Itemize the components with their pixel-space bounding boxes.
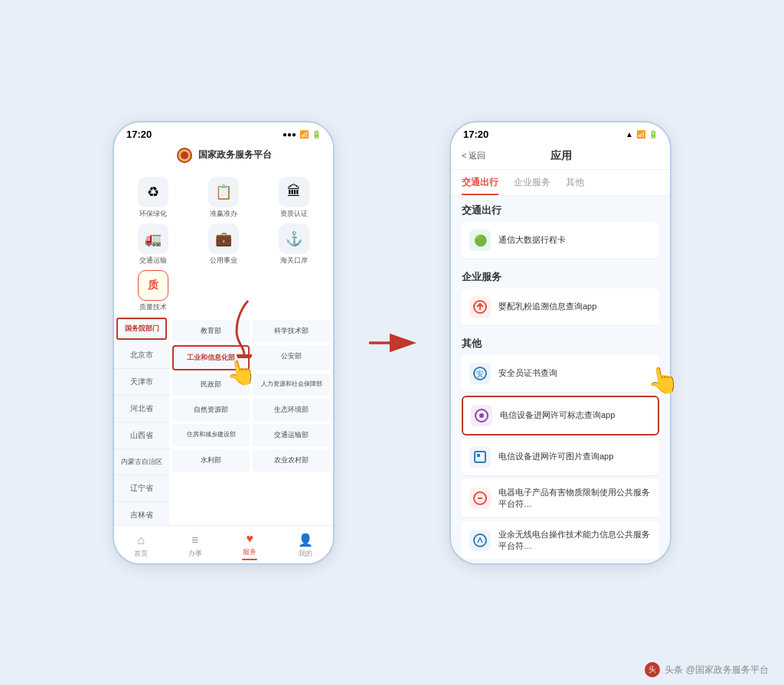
icon-haiguan: ⚓ 海关口岸: [261, 223, 327, 266]
section-title-other: 其他: [462, 329, 659, 355]
dept-ziran[interactable]: 自然资源部: [172, 399, 250, 421]
svg-point-10: [479, 413, 484, 418]
dept-minzheng[interactable]: 民政部: [172, 373, 250, 396]
dept-zhufang[interactable]: 住房和城乡建设部: [172, 424, 250, 446]
service-item-diandian[interactable]: 电器电子产品有害物质限制使用公共服务平台符…: [462, 479, 659, 518]
tab-qiye[interactable]: 企业服务: [514, 176, 550, 195]
left-status-icons: ●●● 📶 🔋: [283, 130, 321, 139]
dianxin-tupian-icon: [469, 446, 491, 468]
dept-keji[interactable]: 科学技术部: [253, 320, 330, 342]
page-nav-title: 应用: [550, 149, 572, 163]
page-wrapper: 17:20 ●●● 📶 🔋: [0, 0, 784, 685]
dept-grid: 教育部 科学技术部 工业和信息化部 公安部 民政部 人力资源和社会保障部 自然资…: [172, 320, 330, 471]
sidebar-item-jilin[interactable]: 吉林省: [114, 502, 169, 525]
signal-icon: ●●●: [283, 130, 296, 139]
tab-bar: 交通出行 企业服务 其他: [451, 170, 670, 196]
nav-wode[interactable]: 👤 我的: [298, 533, 313, 559]
right-status-icons: ▲ 📶 🔋: [626, 130, 658, 139]
right-phone: 17:20 ▲ 📶 🔋 < 返回 应用 交通出行 企业服务: [449, 121, 671, 565]
service-item-yingpei[interactable]: 婴配乳粉追溯信息查询app: [462, 289, 659, 326]
section-title-jiaotong: 交通出行: [462, 196, 659, 222]
icon-label-zhunying: 准赢准办: [210, 209, 237, 219]
watermark-logo: 头: [645, 662, 660, 677]
nav-wode-label: 我的: [299, 549, 312, 559]
service-item-yeyushengdian[interactable]: 业余无线电台操作技术能力信息公共服务平台符…: [462, 521, 659, 560]
dianxin-biaozhi-text: 电信设备进网许可标志查询app: [500, 409, 650, 421]
watermark-text: 头条 @国家政务服务平台: [665, 664, 769, 677]
service-item-dianxin-tupian[interactable]: 电信设备进网许可图片查询app: [462, 439, 659, 476]
chengka-icon: 🟢: [469, 230, 491, 251]
anquan-text: 安全员证书查询: [498, 367, 652, 379]
right-arrow-container: [365, 331, 419, 354]
nav-banshi-label: 办事: [188, 549, 202, 559]
sidebar-item-liaoning[interactable]: 辽宁省: [114, 475, 169, 502]
icon-label-zhiliang: 质量技术: [139, 302, 167, 312]
right-direction-arrow: [365, 331, 419, 354]
left-time: 17:20: [126, 129, 152, 140]
yingpei-icon: [469, 296, 491, 318]
nav-fuwu[interactable]: ♥ 服务: [242, 532, 257, 560]
dept-jiaoshu[interactable]: 交通运输部: [253, 424, 330, 446]
right-time: 17:20: [463, 129, 488, 140]
user-icon: 👤: [298, 533, 313, 547]
icon-gongyong: 💼 公用事业: [191, 223, 256, 266]
icon-jiaotong: 🚛 交通运输: [120, 223, 186, 266]
back-button[interactable]: < 返回: [462, 150, 485, 161]
icon-zhiliang: 质 质量技术: [120, 270, 186, 312]
dianxin-icon: [471, 405, 492, 426]
app-title: 国家政务服务平台: [198, 148, 272, 161]
left-content-area: 国务院部门 北京市 天津市 河北省 山西省 内蒙古自治区 辽宁省 吉林省 黑龙江…: [114, 315, 333, 525]
nav-home-label: 首页: [134, 549, 148, 559]
right-signal-icon: ▲: [626, 130, 633, 139]
nav-home[interactable]: ⌂ 首页: [134, 533, 148, 559]
svg-point-2: [181, 152, 188, 159]
diandian-text: 电器电子产品有害物质限制使用公共服务平台符…: [498, 487, 652, 510]
nav-banshi[interactable]: ≡ 办事: [188, 533, 202, 559]
icon-label-jiaotong: 交通运输: [139, 256, 167, 266]
app-logo-icon: [175, 146, 194, 165]
sidebar-item-hebei[interactable]: 河北省: [114, 396, 169, 422]
service-item-anquan[interactable]: 安 安全员证书查询: [462, 355, 659, 393]
sidebar-item-tianjin[interactable]: 天津市: [114, 369, 169, 396]
dept-gongxin[interactable]: 工业和信息化部: [172, 345, 250, 370]
sidebar-item-beijing[interactable]: 北京市: [114, 342, 169, 369]
service-content: 交通出行 🟢 通信大数据行程卡 企业服务 婴配乳粉追溯信息查询app: [451, 196, 670, 563]
dept-shuili[interactable]: 水利部: [172, 449, 250, 471]
page-nav: < 返回 应用: [451, 143, 670, 170]
left-status-bar: 17:20 ●●● 📶 🔋: [114, 122, 333, 143]
dept-jiaoyu[interactable]: 教育部: [172, 320, 250, 342]
dept-gongan[interactable]: 公安部: [253, 345, 330, 370]
section-title-qiye: 企业服务: [462, 263, 659, 289]
sidebar-item-neimenggu[interactable]: 内蒙古自治区: [114, 449, 169, 475]
tab-other[interactable]: 其他: [566, 176, 584, 195]
sidebar-item-shanxi[interactable]: 山西省: [114, 422, 169, 449]
app-header: 国家政务服务平台: [114, 143, 333, 174]
right-phone-wrapper: 17:20 ▲ 📶 🔋 < 返回 应用 交通出行 企业服务: [449, 121, 671, 565]
icon-zhunying: 📋 准赢准办: [191, 177, 256, 219]
tab-jiaotong[interactable]: 交通出行: [462, 176, 498, 195]
dept-nongye[interactable]: 农业农村部: [253, 449, 330, 471]
yeyushengdian-icon: [469, 530, 491, 551]
service-item-chengka[interactable]: 🟢 通信大数据行程卡: [462, 222, 659, 259]
yingpei-text: 婴配乳粉追溯信息查询app: [498, 301, 652, 312]
right-status-bar: 17:20 ▲ 📶 🔋: [451, 122, 670, 143]
dept-shengtai[interactable]: 生态环境部: [253, 399, 330, 421]
sidebar-item-guowuyuan[interactable]: 国务院部门: [116, 318, 167, 340]
chengka-text: 通信大数据行程卡: [498, 234, 652, 246]
icon-zizhi: 🏛 资质认证: [261, 177, 327, 219]
yeyushengdian-text: 业余无线电台操作技术能力信息公共服务平台符…: [498, 529, 652, 552]
right-wifi-icon: 📶: [636, 130, 645, 139]
icon-label-haiguan: 海关口岸: [280, 256, 308, 266]
home-icon: ⌂: [137, 533, 145, 547]
battery-icon: 🔋: [312, 130, 321, 139]
icon-label-huanbao: 环保绿化: [139, 209, 167, 219]
service-item-dianxin-biaozhi[interactable]: 电信设备进网许可标志查询app: [462, 396, 659, 435]
svg-point-15: [474, 534, 486, 546]
icon-label-zizhi: 资质认证: [280, 209, 308, 219]
dianxin-tupian-text: 电信设备进网许可图片查询app: [498, 451, 652, 462]
svg-text:安: 安: [476, 370, 484, 378]
icon-label-gongyong: 公用事业: [210, 256, 237, 266]
dept-renshebao[interactable]: 人力资源和社会保障部: [253, 373, 330, 396]
bottom-nav: ⌂ 首页 ≡ 办事 ♥ 服务 👤 我的: [114, 525, 333, 563]
icon-huanbao: ♻ 环保绿化: [120, 177, 186, 219]
